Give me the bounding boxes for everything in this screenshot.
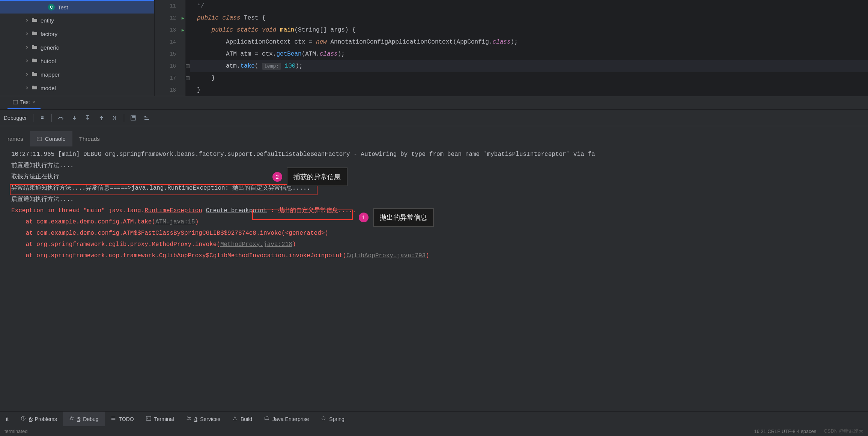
callout-badge: 2 [272, 172, 282, 182]
debug-tab-test[interactable]: Test × [8, 96, 41, 109]
close-icon[interactable]: × [32, 99, 35, 105]
toolwin-terminal[interactable]: Terminal [140, 412, 180, 426]
code-line-18[interactable]: } [190, 84, 868, 96]
tree-label: entity [41, 17, 54, 24]
status-right: 16:21 CRLF UTF-8 4 spaces [754, 428, 816, 434]
toolwin-build[interactable]: Build [226, 412, 258, 426]
todo-icon [111, 416, 116, 422]
callout-label: 捕获的异常信息 [287, 167, 348, 186]
console-icon [37, 136, 42, 142]
stack-link[interactable]: RuntimeException [144, 207, 202, 214]
toolwin-java-enterprise[interactable]: Java Enterprise [258, 412, 315, 426]
console-line: at org.springframework.cglib.proxy.Metho… [11, 239, 868, 250]
code-line-14[interactable]: ApplicationContext ctx = new AnnotationC… [190, 36, 868, 48]
console-line: at com.example.demo.config.ATM$$FastClas… [11, 228, 868, 239]
tree-item-factory[interactable]: factory [0, 27, 154, 41]
folder-icon [32, 71, 41, 78]
chevron-right-icon[interactable] [24, 31, 30, 37]
tab-console[interactable]: Console [30, 131, 72, 146]
gutter-line-15[interactable]: 15 [155, 48, 185, 60]
toolwin-it[interactable]: it [0, 412, 15, 426]
layout-icon[interactable]: ≡ [36, 111, 49, 125]
fold-icon[interactable] [186, 64, 190, 68]
folder-icon [32, 57, 41, 65]
toolwin-6-problems[interactable]: 6: Problems [15, 412, 63, 426]
tree-item-test[interactable]: CTest [0, 0, 154, 14]
chevron-right-icon[interactable] [24, 17, 30, 23]
svg-rect-2 [132, 116, 135, 118]
debug-toolbar: Debugger ≡ [0, 110, 868, 126]
spring-icon [321, 416, 326, 422]
tab-threads[interactable]: Threads [72, 131, 107, 146]
tree-item-mapper[interactable]: mapper [0, 68, 154, 81]
step-into-icon[interactable] [68, 111, 81, 125]
code-line-12[interactable]: public class Test { [190, 12, 868, 24]
tree-label: mapper [41, 71, 60, 78]
chevron-right-icon[interactable] [39, 4, 45, 10]
stack-link[interactable]: CglibAopProxy.java:793 [346, 252, 426, 259]
svg-rect-6 [146, 416, 151, 421]
stack-link[interactable]: ATM.java:15 [155, 219, 195, 225]
callout-label: 抛出的异常信息 [373, 208, 434, 227]
stack-link[interactable]: MethodProxy.java:218 [220, 241, 292, 248]
callout-2: 2捕获的异常信息 [272, 167, 348, 186]
trace-icon[interactable] [140, 111, 153, 125]
run-config-icon [13, 100, 18, 105]
console-line: at com.example.demo.config.ATM.take(ATM.… [11, 216, 868, 228]
toolwin-spring[interactable]: Spring [315, 412, 350, 426]
code-line-13[interactable]: public static void main(String[] args) { [190, 24, 868, 36]
chevron-right-icon[interactable] [24, 44, 30, 50]
gutter-line-17[interactable]: 17 [155, 72, 185, 84]
chevron-right-icon[interactable] [24, 71, 30, 77]
gutter-line-14[interactable]: 14 [155, 36, 185, 48]
tab-frames[interactable]: rames [1, 131, 30, 146]
code-line-16[interactable]: atm.take( temp: 100); [190, 60, 868, 72]
code-line-11[interactable]: */ [190, 0, 868, 12]
code-editor[interactable]: 1112▶13▶1415161718 */ public class Test … [155, 0, 868, 96]
console-output[interactable]: 10:27:11.965 [main] DEBUG org.springfram… [0, 146, 868, 411]
bottom-tool-bar: it6: Problems5: DebugTODOTerminal8: Serv… [0, 411, 868, 426]
fold-icon[interactable] [186, 76, 190, 80]
chevron-right-icon[interactable] [24, 58, 30, 64]
gutter-line-12[interactable]: 12▶ [155, 12, 185, 24]
gutter-line-18[interactable]: 18 [155, 84, 185, 96]
run-gutter-icon[interactable]: ▶ [182, 27, 184, 33]
status-left: terminated [5, 428, 27, 434]
tree-item-entity[interactable]: entity [0, 14, 154, 27]
tree-label: Test [58, 4, 68, 11]
stack-link[interactable]: Create breakpoint [206, 207, 267, 214]
step-over-icon[interactable] [54, 111, 68, 125]
svg-point-7 [187, 417, 188, 418]
svg-rect-1 [131, 116, 135, 120]
run-gutter-icon[interactable]: ▶ [182, 15, 184, 21]
project-tree[interactable]: CTestentityfactorygenerichutoolmappermod… [0, 0, 155, 96]
code-line-17[interactable]: } [190, 72, 868, 84]
toolwin-todo[interactable]: TODO [105, 412, 140, 426]
toolwin-5-debug[interactable]: 5: Debug [63, 412, 105, 426]
gutter-line-11[interactable]: 11 [155, 0, 185, 12]
folder-icon [32, 84, 41, 92]
debug-tab-label: Test [20, 99, 30, 105]
chevron-right-icon[interactable] [24, 85, 30, 91]
code-line-15[interactable]: ATM atm = ctx.getBean(ATM.class); [190, 48, 868, 60]
debug-inner-tabs: rames Console Threads [0, 126, 868, 146]
toolwin-8-services[interactable]: 8: Services [180, 412, 226, 426]
alert-icon [21, 416, 26, 422]
evaluate-icon[interactable] [126, 111, 140, 125]
terminal-icon [146, 416, 151, 422]
bug-icon [69, 416, 74, 422]
folder-icon [32, 17, 41, 24]
run-to-cursor-icon[interactable] [108, 111, 122, 125]
force-step-into-icon[interactable] [81, 111, 95, 125]
services-icon [186, 416, 191, 422]
tree-item-generic[interactable]: generic [0, 41, 154, 54]
gutter-line-13[interactable]: 13▶ [155, 24, 185, 36]
svg-rect-9 [265, 417, 269, 420]
tree-item-model[interactable]: model [0, 81, 154, 95]
gutter-line-16[interactable]: 16 [155, 60, 185, 72]
folder-icon [32, 30, 41, 38]
tree-item-hutool[interactable]: hutool [0, 54, 154, 68]
debugger-label[interactable]: Debugger [0, 115, 31, 121]
folder-icon [32, 44, 41, 51]
step-out-icon[interactable] [95, 111, 108, 125]
